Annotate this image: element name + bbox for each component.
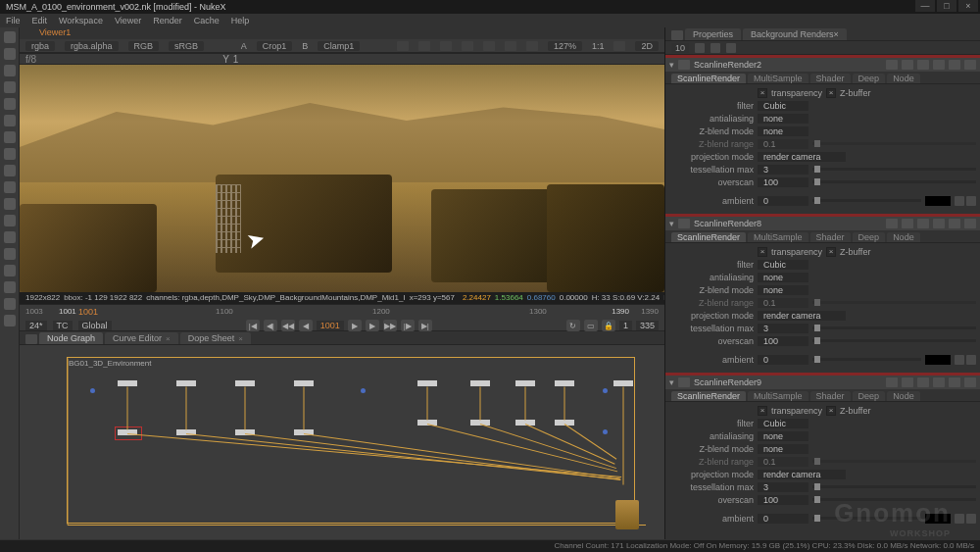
tab-dope-sheet[interactable]: Dope Sheet× [180,332,251,344]
panel-header[interactable]: ▾ ScanlineRender2 [665,58,980,72]
node[interactable] [294,380,314,386]
subtab-node[interactable]: Node [887,391,920,401]
tool-metadata-icon[interactable] [4,265,16,276]
lock-tl-icon[interactable]: 🔒 [602,320,615,331]
subtab-shader[interactable]: Shader [810,232,851,242]
filter-select[interactable]: Cubic [758,260,808,270]
tess-slider[interactable] [812,326,976,329]
menu-edit[interactable]: Edit [32,14,48,27]
pause-icon[interactable] [440,41,452,51]
help-icon[interactable] [933,60,945,70]
window-max-button[interactable]: □ [937,0,956,12]
tl-cursor[interactable]: 1001 [78,307,98,317]
node[interactable] [515,380,535,386]
tess-field[interactable]: 3 [758,482,808,492]
colorspace-select[interactable]: RGB [128,41,160,51]
tool-3d-icon[interactable] [4,198,16,210]
tool-keyer-icon[interactable] [4,148,16,160]
proxy-icon[interactable] [418,41,430,51]
proj-select[interactable]: render camera [758,152,846,162]
window-min-button[interactable]: — [915,0,935,12]
step-back-key-button[interactable]: ◀| [264,320,277,331]
tab-curve-editor[interactable]: Curve Editor× [105,332,178,344]
ambient-slider[interactable] [812,358,921,361]
overscan-slider[interactable] [812,180,976,183]
tess-slider[interactable] [812,485,976,488]
global-field[interactable]: Global [78,321,112,330]
node[interactable] [118,380,137,386]
tool-image-icon[interactable] [4,48,16,60]
frame-count-field[interactable]: 335 [636,321,659,330]
subtab-deep[interactable]: Deep [853,232,886,242]
overscan-field[interactable]: 100 [758,177,808,187]
node-color-icon[interactable] [678,377,690,387]
node[interactable] [417,380,437,386]
node-dot[interactable] [603,429,608,434]
display-select[interactable]: sRGB [169,41,204,51]
timeline[interactable]: 1003 1001 1001 1100 1200 1300 1390 1390 … [20,304,664,331]
menu-viewer[interactable]: Viewer [115,14,141,27]
transparency-checkbox[interactable]: × [758,247,767,257]
ab-icon[interactable] [462,41,473,51]
expand-color-icon[interactable] [966,514,976,524]
close-panel-icon[interactable] [964,60,976,70]
roi-icon[interactable] [397,41,409,51]
zrange-slider[interactable] [812,460,976,463]
picker-icon[interactable] [955,355,964,365]
tool-deep-icon[interactable] [4,231,16,243]
zoom-ratio[interactable]: 1:1 [592,41,605,51]
overscan-slider[interactable] [812,339,976,342]
inout-icon[interactable]: ▭ [584,320,598,331]
tool-other3-icon[interactable] [4,315,16,326]
ambient-color-swatch[interactable] [925,514,951,524]
loop-icon[interactable]: ↻ [566,320,580,331]
filter-select[interactable]: Cubic [758,101,808,111]
float-icon[interactable] [949,60,960,70]
picker-icon[interactable] [955,514,964,524]
filter-select[interactable]: Cubic [758,419,808,428]
antialias-select[interactable]: none [758,114,808,124]
node[interactable] [470,380,490,386]
ambient-field[interactable]: 0 [758,514,808,524]
view-mode-select[interactable]: 2D [635,41,659,51]
subtab-multisample[interactable]: MultiSample [748,74,808,83]
zbuffer-checkbox[interactable]: × [826,88,836,98]
clear-icon[interactable] [710,43,720,53]
help-icon[interactable] [933,377,945,387]
zblend-select[interactable]: none [758,126,808,136]
node-dot[interactable] [90,388,95,393]
refresh-icon[interactable] [483,41,495,51]
step-fwd-key-button[interactable]: |▶ [401,320,415,331]
jump-end-button[interactable]: ▶| [418,320,432,331]
transparency-checkbox[interactable]: × [758,88,767,98]
node[interactable] [613,380,633,386]
tool-draw-icon[interactable] [4,65,16,76]
subtab-multisample[interactable]: MultiSample [748,232,808,242]
node[interactable] [555,380,574,386]
overscan-field[interactable]: 100 [758,495,808,505]
node-color-icon[interactable] [678,60,690,70]
zrange-slider[interactable] [812,142,976,145]
ambient-field[interactable]: 0 [758,355,808,365]
subtab-node[interactable]: Node [887,74,920,83]
tool-other1-icon[interactable] [4,281,16,293]
ambient-color-swatch[interactable] [925,196,951,206]
tc-field[interactable]: TC [53,321,73,330]
output-node-stack[interactable] [615,500,639,529]
node-dot[interactable] [603,388,608,393]
expand-color-icon[interactable] [966,355,976,365]
fps-field[interactable]: 24* [25,321,47,330]
zbuffer-checkbox[interactable]: × [826,406,836,416]
picker-icon[interactable] [955,196,964,206]
copy-icon[interactable] [917,60,929,70]
subtab-scanline[interactable]: ScanlineRender [671,391,746,401]
tool-particles-icon[interactable] [4,215,16,226]
zbuffer-checkbox[interactable]: × [826,247,836,257]
channel-select[interactable]: rgba [25,41,55,51]
zrange-field[interactable]: 0.1 [758,457,808,467]
tool-select-icon[interactable] [4,31,16,43]
node-color-icon[interactable] [678,219,690,228]
tool-views-icon[interactable] [4,248,16,260]
play-button[interactable]: ▶ [348,320,362,331]
pause2-icon[interactable] [526,41,538,51]
